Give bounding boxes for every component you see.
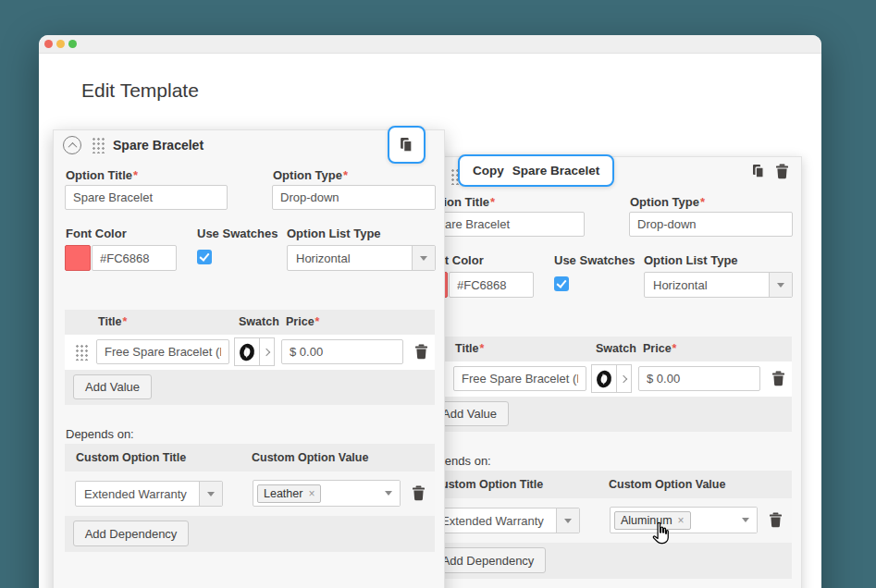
delete-dependency-button[interactable] [769,512,783,531]
dependency-header: Custom Option Title Custom Option Value [65,444,435,472]
add-dependency-button[interactable]: Add Dependency [430,547,546,573]
option-card-original: Spare Bracelet Option Title* Option Type… [53,129,445,588]
values-table-footer: Add Value [65,370,435,405]
col-swatch-label: Swatch [239,315,279,328]
value-title-input[interactable] [453,366,586,391]
use-swatches-label: Use Swatches [554,253,635,267]
dependency-table: Custom Option Title Custom Option Value … [422,471,792,579]
option-card-copy: Copy Spare Bracelet Option Title* Option… [410,156,802,588]
dependency-footer: Add Dependency [65,516,435,552]
value-swatch-button[interactable] [234,337,260,366]
col-custom-option-value: Custom Option Value [609,478,725,491]
value-title-input[interactable] [96,339,229,364]
option-title-input[interactable] [422,212,585,237]
chevron-right-icon [262,348,269,355]
option-type-input[interactable] [629,212,793,237]
trash-icon [412,485,426,501]
duplicate-option-button[interactable] [751,164,766,181]
custom-option-title-select[interactable]: Extended Warranty [432,508,580,533]
option-title-label: Option Title* [66,168,138,182]
value-swatch-button[interactable] [591,364,617,393]
chevron-down-icon [564,519,572,523]
chevron-down-icon [742,518,749,522]
select-caret[interactable] [199,482,222,506]
use-swatches-checkbox[interactable] [197,250,212,264]
value-row [65,335,435,370]
trash-icon [414,344,428,360]
custom-option-title-select[interactable]: Extended Warranty [75,481,223,507]
delete-value-button[interactable] [414,344,428,362]
swatch-expand-button[interactable] [617,364,632,393]
trash-icon [775,164,789,179]
remove-tag-icon[interactable]: × [678,514,685,527]
values-table-header: Title* Swatch Price* [65,310,435,335]
window-titlebar[interactable] [39,35,821,54]
copy-icon [751,164,766,178]
select-caret[interactable] [769,273,792,297]
option-list-type-label: Option List Type [644,253,738,267]
add-dependency-button[interactable]: Add Dependency [73,521,189,546]
font-color-label: Font Color [66,227,127,240]
values-table: Title* Swatch Price* Add Value [65,310,435,405]
minimize-window-icon[interactable] [56,40,65,48]
col-price-label: Price* [643,342,676,355]
card-title: Spare Bracelet [113,138,204,153]
option-type-label: Option Type* [273,168,348,182]
duplicate-option-button[interactable] [388,126,426,164]
values-table: Title* Swatch Price* Add Value [422,337,792,432]
col-custom-option-title: Custom Option Title [76,451,186,464]
value-row [422,361,792,397]
custom-option-value-select[interactable]: Leather × [253,480,401,507]
col-title-label: Title* [98,315,127,328]
font-color-input[interactable] [449,272,534,298]
delete-dependency-button[interactable] [412,485,426,504]
option-title-input[interactable] [65,185,228,210]
page-title: Edit Template [81,80,199,102]
collapse-card-button[interactable] [63,136,81,154]
col-custom-option-value: Custom Option Value [252,451,368,464]
chevron-up-icon [68,141,77,151]
zoom-window-icon[interactable] [68,40,77,48]
black-bracelet-icon [238,343,256,361]
drag-handle-icon[interactable] [92,137,105,153]
select-caret[interactable] [376,481,400,506]
trash-icon [771,371,785,386]
value-price-input[interactable] [281,339,403,364]
font-color-swatch[interactable] [65,245,91,271]
delete-value-button[interactable] [771,371,785,389]
swatch-expand-button[interactable] [260,337,275,366]
col-custom-option-title: Custom Option Title [433,478,543,491]
select-caret[interactable] [556,508,579,533]
chevron-right-icon [619,374,626,382]
values-table-footer: Add Value [422,397,792,432]
values-table-header: Title* Swatch Price* [422,337,792,361]
close-window-icon[interactable] [44,40,53,48]
select-caret[interactable] [412,246,435,270]
use-swatches-label: Use Swatches [197,227,278,240]
remove-tag-icon[interactable]: × [308,487,315,500]
depends-on-label: Depends on: [66,427,134,441]
add-value-button[interactable]: Add Value [73,374,152,399]
black-bracelet-icon [595,370,613,388]
option-type-input[interactable] [272,185,436,210]
chevron-down-icon [420,256,427,261]
delete-option-button[interactable] [775,164,789,182]
value-tag: Leather × [257,484,321,503]
option-type-label: Option Type* [630,195,705,209]
dependency-row: Extended Warranty Leather × [65,472,435,516]
font-color-input[interactable] [92,245,177,271]
dependency-row: Extended Warranty Aluminum × [422,498,792,543]
copy-badge-action: Copy [473,164,504,178]
option-list-type-select[interactable]: Horizontal [287,245,436,271]
select-caret[interactable] [734,508,757,533]
row-drag-handle-icon[interactable] [75,344,88,361]
option-list-type-select[interactable]: Horizontal [644,272,793,298]
trash-icon [769,512,783,528]
chevron-down-icon [207,492,215,496]
col-swatch-label: Swatch [596,342,636,355]
use-swatches-checkbox[interactable] [554,276,569,291]
custom-option-value-select[interactable]: Aluminum × [610,507,758,533]
value-price-input[interactable] [638,366,760,391]
copy-badge-title: Spare Bracelet [512,164,600,178]
value-tag: Aluminum × [614,511,691,530]
